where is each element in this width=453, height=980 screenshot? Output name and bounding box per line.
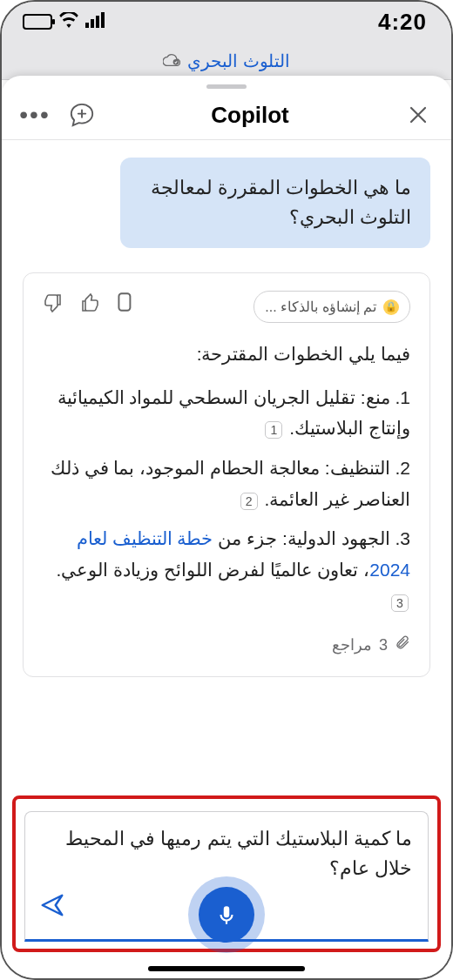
assistant-intro: فيما يلي الخطوات المقترحة: [43,339,410,370]
cellular-icon [85,12,106,31]
doc-title-link[interactable]: التلوث البحري [187,50,290,71]
svg-rect-3 [101,12,105,28]
wifi-icon [59,12,78,31]
svg-rect-1 [91,19,94,28]
more-icon[interactable]: ••• [19,99,51,131]
user-message-bubble: ما هي الخطوات المقررة لمعالجة التلوث الب… [120,158,430,248]
input-highlight-box: ما كمية البلاستيك التي يتم رميها في المح… [12,795,441,952]
chat-input-text: ما كمية البلاستيك التي يتم رميها في المح… [41,824,412,883]
status-time: 4:20 [378,9,427,36]
cloud-sync-icon [163,52,180,70]
citation-badge[interactable]: 1 [265,421,282,439]
assistant-steps-list: 1. منع: تقليل الجريان السطحي للمواد الكي… [43,382,410,617]
references-label: مراجع [332,632,372,659]
copy-icon[interactable] [116,289,135,325]
assistant-message-card: 🔒 تم إنشاؤه بالذكاء ... فيما يلي الخطوات… [23,272,430,677]
doc-title-strip: التلوث البحري [2,42,451,80]
mic-button[interactable] [199,887,254,943]
new-chat-icon[interactable] [66,99,98,131]
battery-icon [23,14,52,30]
close-icon[interactable] [402,99,434,131]
svg-rect-0 [85,23,89,28]
chat-input[interactable]: ما كمية البلاستيك التي يتم رميها في المح… [24,811,429,942]
ai-generated-badge[interactable]: 🔒 تم إنشاؤه بالذكاء ... [254,291,410,323]
list-item: 3. الجهود الدولية: جزء من خطة التنظيف لع… [43,523,410,616]
sheet-header: ••• Copilot [2,94,451,139]
device-frame: 4:20 التلوث البحري ••• Copilot ما هي [0,0,453,980]
thumbs-up-icon[interactable] [79,289,100,325]
shield-icon: 🔒 [383,299,399,315]
citation-badge[interactable]: 3 [391,594,409,612]
references-row[interactable]: 3 مراجع [43,632,410,659]
list-item: 2. التنظيف: معالجة الحطام الموجود، بما ف… [43,453,410,514]
attachment-icon [395,632,410,659]
citation-badge[interactable]: 2 [240,493,258,510]
references-count: 3 [379,632,388,659]
ai-badge-label: تم إنشاؤه بالذكاء ... [265,295,376,319]
copilot-sheet: ••• Copilot ما هي الخطوات المقررة لمعالج… [2,76,451,978]
divider [2,139,451,140]
svg-rect-5 [118,293,130,311]
list-item: 1. منع: تقليل الجريان السطحي للمواد الكي… [43,382,410,444]
thumbs-down-icon[interactable] [43,289,64,325]
home-indicator[interactable] [148,966,305,971]
sheet-title: Copilot [211,102,289,129]
sheet-grabber[interactable] [206,84,247,89]
send-button[interactable] [39,891,65,929]
status-bar: 4:20 [2,2,451,42]
svg-rect-2 [96,16,99,28]
